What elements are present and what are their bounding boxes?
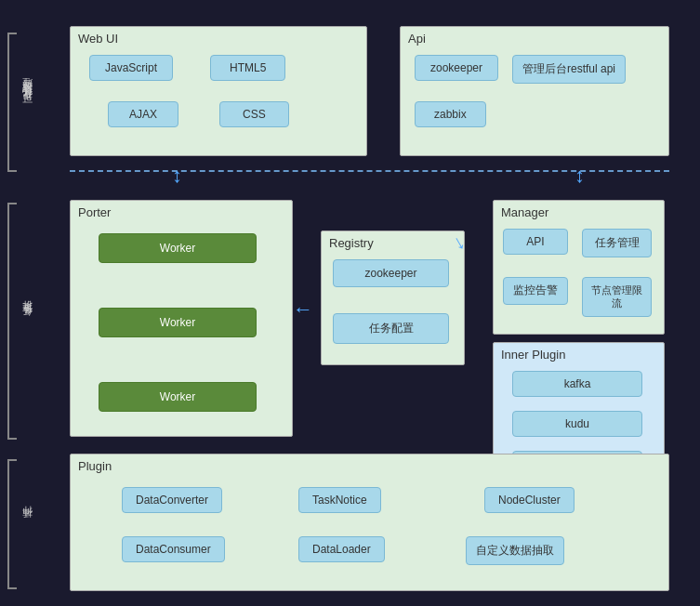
btn-dataconverter[interactable]: DataConverter: [122, 487, 222, 513]
btn-kudu[interactable]: kudu: [512, 411, 642, 437]
porter-panel: Porter Worker Worker Worker: [70, 200, 293, 437]
registry-panel: Registry zookeeper 任务配置: [321, 231, 465, 365]
btn-dataconsumer[interactable]: DataConsumer: [122, 536, 225, 562]
btn-task-config[interactable]: 任务配置: [333, 313, 449, 344]
btn-worker-1[interactable]: Worker: [99, 233, 257, 263]
api-panel: Api zookeeper 管理后台restful api zabbix: [400, 26, 669, 156]
manager-panel: Manager API 任务管理 监控告警 节点管理限流: [493, 200, 665, 335]
diagram-container: 可视化任务监控管理 Web UI JavaScript HTML5 AJAX C…: [0, 0, 700, 606]
web-ui-title: Web UI: [78, 32, 118, 46]
arrow-api: ↕: [575, 165, 585, 186]
btn-dataloader[interactable]: DataLoader: [298, 536, 385, 562]
btn-kafka[interactable]: kafka: [512, 371, 642, 397]
btn-zookeeper-registry[interactable]: zookeeper: [333, 259, 449, 287]
inner-plugin-title: Inner Plugin: [501, 348, 565, 362]
plugin-panel: Plugin DataConverter TaskNotice NodeClus…: [70, 454, 669, 591]
btn-html5[interactable]: HTML5: [210, 55, 285, 81]
btn-zookeeper-api[interactable]: zookeeper: [415, 55, 498, 81]
bottom-section-label: 插件: [20, 522, 33, 526]
plugin-title: Plugin: [78, 459, 112, 473]
btn-node-mgmt[interactable]: 节点管理限流: [582, 277, 652, 317]
porter-title: Porter: [78, 205, 111, 219]
manager-title: Manager: [501, 205, 548, 219]
btn-monitor-alert[interactable]: 监控告警: [503, 277, 568, 305]
btn-worker-2[interactable]: Worker: [99, 308, 257, 337]
arrow-webui: ↕: [172, 165, 182, 186]
btn-nodecluster[interactable]: NodeCluster: [484, 487, 575, 513]
btn-custom-extract[interactable]: 自定义数据抽取: [466, 536, 564, 565]
btn-admin-restful[interactable]: 管理后台restful api: [512, 55, 626, 84]
arrow-registry-porter: ←: [293, 297, 313, 322]
btn-css[interactable]: CSS: [219, 101, 289, 127]
btn-api-manager[interactable]: API: [503, 229, 568, 255]
api-title: Api: [408, 32, 426, 46]
btn-zabbix[interactable]: zabbix: [415, 101, 486, 127]
registry-title: Registry: [329, 236, 374, 250]
btn-ajax[interactable]: AJAX: [108, 101, 178, 127]
btn-tasknotice[interactable]: TaskNotice: [298, 487, 381, 513]
middle-section-label: 任务集群: [20, 317, 33, 324]
btn-javascript[interactable]: JavaScript: [89, 55, 173, 81]
top-section-label: 可视化任务监控管理: [20, 94, 33, 111]
btn-worker-3[interactable]: Worker: [99, 382, 257, 412]
web-ui-panel: Web UI JavaScript HTML5 AJAX CSS: [70, 26, 367, 156]
btn-task-mgmt[interactable]: 任务管理: [582, 229, 652, 257]
